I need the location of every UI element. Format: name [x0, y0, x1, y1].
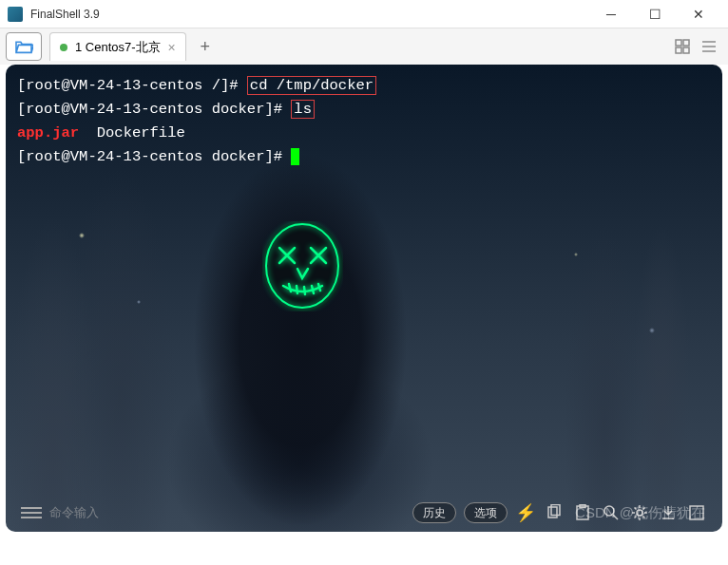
prompt-line-1: [root@VM-24-13-centos /]#	[17, 77, 239, 94]
list-icon	[701, 39, 717, 54]
tab-close-icon[interactable]: ×	[168, 40, 176, 55]
maximize-button[interactable]: ☐	[633, 0, 677, 28]
bottom-toolbar: 命令输入 历史 选项 ⚡	[21, 499, 707, 526]
toolbar: 1 Centos7-北京 × +	[0, 28, 728, 65]
window-controls: ─ ☐ ✕	[589, 0, 720, 28]
prompt-line-3: [root@VM-24-13-centos docker]#	[17, 148, 282, 165]
copy-button[interactable]	[544, 502, 565, 523]
svg-rect-2	[676, 47, 681, 53]
minimize-button[interactable]: ─	[589, 0, 633, 28]
download-icon	[660, 504, 677, 521]
status-dot-icon	[60, 44, 67, 51]
svg-point-7	[266, 224, 338, 308]
grid-icon	[675, 39, 690, 54]
paste-icon	[574, 504, 591, 521]
settings-button[interactable]	[629, 502, 650, 523]
fullscreen-icon	[688, 504, 705, 521]
new-tab-button[interactable]: +	[192, 33, 219, 60]
history-button[interactable]: 历史	[412, 502, 456, 523]
command-cd: cd /tmp/docker	[247, 76, 376, 95]
close-button[interactable]: ✕	[677, 0, 720, 28]
command-ls: ls	[291, 100, 315, 119]
tab-active[interactable]: 1 Centos7-北京 ×	[49, 32, 186, 61]
svg-line-13	[613, 515, 618, 519]
copy-icon	[546, 504, 563, 521]
svg-point-12	[604, 506, 614, 516]
svg-rect-0	[676, 40, 681, 46]
menu-button[interactable]	[21, 502, 42, 523]
file-appjar: app.jar	[17, 124, 79, 141]
command-input-placeholder[interactable]: 命令输入	[49, 504, 99, 521]
window-title: FinalShell 3.9	[30, 8, 589, 21]
titlebar: FinalShell 3.9 ─ ☐ ✕	[0, 0, 728, 28]
bolt-icon[interactable]: ⚡	[515, 502, 536, 523]
gear-icon	[631, 504, 648, 521]
svg-rect-8	[548, 507, 557, 518]
file-dockerfile: Dockerfile	[97, 124, 185, 141]
background-mask	[262, 221, 343, 311]
paste-button[interactable]	[572, 502, 593, 523]
search-icon	[603, 504, 620, 521]
cursor-icon	[291, 148, 299, 165]
svg-rect-15	[690, 506, 703, 519]
fullscreen-button[interactable]	[686, 502, 707, 523]
tab-label: 1 Centos7-北京	[75, 39, 161, 56]
app-icon	[8, 7, 23, 22]
options-button[interactable]: 选项	[464, 502, 508, 523]
terminal[interactable]: [root@VM-24-13-centos /]# cd /tmp/docker…	[6, 65, 722, 532]
download-button[interactable]	[658, 502, 679, 523]
list-view-button[interactable]	[696, 33, 722, 60]
svg-rect-9	[551, 505, 560, 516]
svg-point-14	[637, 510, 642, 516]
open-folder-button[interactable]	[6, 32, 42, 61]
folder-open-icon	[14, 39, 33, 54]
svg-rect-3	[683, 47, 689, 53]
terminal-output: [root@VM-24-13-centos /]# cd /tmp/docker…	[6, 65, 722, 179]
grid-view-button[interactable]	[669, 33, 696, 60]
svg-rect-1	[683, 40, 689, 46]
search-button[interactable]	[601, 502, 622, 523]
prompt-line-2: [root@VM-24-13-centos docker]#	[17, 101, 282, 118]
